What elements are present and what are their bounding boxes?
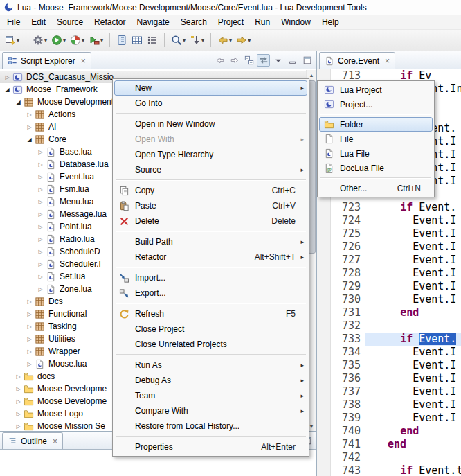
code-line-738[interactable]: 738 Event.I — [331, 398, 461, 412]
expand-arrow-icon[interactable]: ▷ — [36, 261, 45, 267]
dropdown-arrow-icon[interactable]: ▾ — [63, 37, 66, 44]
new-submenu-item-doclua-file[interactable]: @DocLua File — [319, 161, 433, 175]
menubar-item-run[interactable]: Run — [249, 15, 275, 29]
dropdown-arrow-icon[interactable]: ▾ — [248, 37, 251, 44]
context-menu-item-team[interactable]: Team▸ — [114, 388, 307, 403]
menubar-item-navigate[interactable]: Navigate — [131, 15, 174, 29]
expand-arrow-icon[interactable]: ▷ — [14, 411, 23, 417]
expand-arrow-icon[interactable]: ▷ — [36, 286, 45, 292]
context-menu-item-new[interactable]: New▸ — [114, 80, 307, 96]
new-submenu-item-project[interactable]: Project... — [319, 97, 433, 112]
expand-arrow-icon[interactable]: ▷ — [25, 112, 34, 118]
code-line-730[interactable]: 730 Event.I — [331, 293, 461, 306]
dropdown-arrow-icon[interactable]: ▾ — [82, 37, 84, 44]
code-line-740[interactable]: 740 end — [331, 425, 461, 438]
code-line-733[interactable]: 733 if Event. — [331, 333, 461, 346]
minimize-button[interactable] — [286, 54, 299, 67]
back-button[interactable]: ▾ — [215, 32, 234, 49]
context-menu-item-open-type-hierarchy[interactable]: Open Type Hierarchy — [114, 147, 307, 162]
code-line-741[interactable]: 741 end — [331, 438, 461, 451]
collapse-arrow-icon[interactable]: ◢ — [3, 87, 12, 93]
coverage-button[interactable]: ▾ — [68, 32, 87, 49]
launch-config-button[interactable]: ▾ — [30, 32, 49, 49]
run-button[interactable]: ▾ — [49, 32, 68, 49]
expand-arrow-icon[interactable]: ▷ — [36, 186, 45, 193]
context-menu-item-close-unrelated-projects[interactable]: Close Unrelated Projects — [114, 337, 307, 352]
context-menu-item-properties[interactable]: PropertiesAlt+Enter — [114, 439, 307, 455]
expand-arrow-icon[interactable]: ▷ — [14, 373, 23, 380]
list-view-button[interactable] — [145, 32, 160, 49]
forward-button[interactable]: ▾ — [234, 32, 253, 49]
context-menu-item-debug-as[interactable]: Debug As▸ — [114, 373, 307, 388]
new-submenu-item-lua-project[interactable]: Lua Project — [319, 82, 433, 97]
new-submenu-item-file[interactable]: File — [319, 132, 433, 146]
expand-arrow-icon[interactable]: ▷ — [14, 386, 23, 392]
code-line-727[interactable]: 727 Event.I — [331, 254, 461, 267]
dropdown-arrow-icon[interactable]: ▾ — [183, 37, 186, 44]
next-annotation-button[interactable]: ▾ — [188, 32, 206, 49]
close-icon[interactable]: × — [385, 56, 390, 66]
context-menu-item-open-in-new-window[interactable]: Open in New Window — [114, 116, 307, 132]
code-line-734[interactable]: 734 Event.I — [331, 346, 461, 359]
collapse-arrow-icon[interactable]: ◢ — [25, 136, 34, 143]
context-menu-item-restore-from-local-history[interactable]: Restore from Local History... — [114, 418, 307, 434]
expand-arrow-icon[interactable]: ▷ — [36, 161, 45, 168]
context-menu-item-open-with[interactable]: Open With▸ — [114, 132, 307, 147]
new-submenu-item-folder[interactable]: Folder — [319, 117, 433, 132]
context-menu-item-run-as[interactable]: Run As▸ — [114, 358, 307, 373]
code-line-736[interactable]: 736 Event.I — [331, 372, 461, 385]
menubar-item-source[interactable]: Source — [51, 15, 89, 29]
table-view-button[interactable] — [129, 32, 145, 49]
view-back-button[interactable] — [213, 54, 226, 67]
menubar-item-refactor[interactable]: Refactor — [89, 15, 131, 29]
expand-arrow-icon[interactable]: ▷ — [25, 324, 34, 330]
code-line-724[interactable]: 724 Event.I — [331, 214, 461, 227]
menubar-item-window[interactable]: Window — [275, 15, 316, 29]
expand-arrow-icon[interactable]: ▷ — [36, 274, 45, 280]
context-menu-item-refresh[interactable]: RefreshF5 — [114, 306, 307, 321]
link-with-editor-button[interactable] — [257, 54, 270, 67]
expand-arrow-icon[interactable]: ▷ — [25, 299, 34, 305]
tab-outline[interactable]: Outline × — [2, 432, 63, 449]
dropdown-arrow-icon[interactable]: ▾ — [44, 37, 47, 44]
context-menu-item-close-project[interactable]: Close Project — [114, 321, 307, 337]
search-button[interactable]: ▾ — [169, 32, 188, 49]
expand-arrow-icon[interactable]: ▷ — [3, 74, 12, 80]
dropdown-arrow-icon[interactable]: ▾ — [201, 37, 204, 44]
expand-arrow-icon[interactable]: ▷ — [36, 174, 45, 180]
new-submenu-item-other[interactable]: Other...Ctrl+N — [319, 181, 433, 195]
expand-arrow-icon[interactable]: ▷ — [36, 211, 45, 218]
context-menu-item-compare-with[interactable]: Compare With▸ — [114, 403, 307, 418]
dropdown-arrow-icon[interactable]: ▾ — [229, 37, 232, 44]
close-icon[interactable]: × — [53, 437, 57, 446]
menubar-item-search[interactable]: Search — [175, 15, 213, 29]
context-menu-item-build-path[interactable]: Build Path▸ — [114, 234, 307, 249]
expand-arrow-icon[interactable]: ▷ — [36, 249, 45, 255]
expand-arrow-icon[interactable]: ▷ — [25, 311, 34, 317]
context-menu-item-export[interactable]: Export... — [114, 285, 307, 301]
tab-script-explorer[interactable]: Script Explorer × — [2, 52, 91, 69]
expand-arrow-icon[interactable]: ▷ — [36, 236, 45, 243]
code-line-737[interactable]: 737 Event.I — [331, 385, 461, 398]
collapse-arrow-icon[interactable]: ◢ — [14, 99, 23, 105]
menubar-item-help[interactable]: Help — [316, 15, 345, 29]
menubar-item-file[interactable]: File — [1, 15, 26, 29]
context-menu-item-go-into[interactable]: Go Into — [114, 96, 307, 111]
open-element-button[interactable] — [114, 32, 129, 49]
menubar-item-project[interactable]: Project — [213, 15, 249, 29]
new-submenu-item-lua-file[interactable]: Lua File — [319, 146, 433, 161]
code-line-731[interactable]: 731 end — [331, 306, 461, 319]
context-menu-item-copy[interactable]: CopyCtrl+C — [114, 183, 307, 198]
expand-arrow-icon[interactable]: ▷ — [25, 336, 34, 342]
context-menu-item-paste[interactable]: PasteCtrl+V — [114, 198, 307, 213]
tab-core-event[interactable]: Core.Event × — [319, 52, 395, 69]
context-menu-item-delete[interactable]: DeleteDelete — [114, 213, 307, 229]
code-line-732[interactable]: 732 — [331, 319, 461, 333]
context-menu-item-source[interactable]: Source▸ — [114, 162, 307, 177]
code-line-726[interactable]: 726 Event.I — [331, 240, 461, 254]
code-line-728[interactable]: 728 Event.I — [331, 267, 461, 280]
expand-arrow-icon[interactable]: ▷ — [36, 199, 45, 205]
code-line-725[interactable]: 725 Event.I — [331, 227, 461, 240]
close-icon[interactable]: × — [81, 56, 86, 66]
expand-arrow-icon[interactable]: ▷ — [14, 398, 23, 405]
